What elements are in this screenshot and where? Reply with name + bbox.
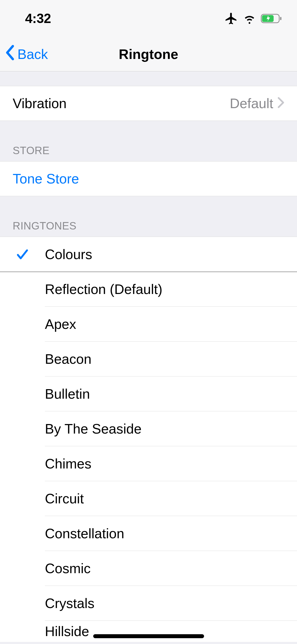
wifi-icon <box>243 12 256 25</box>
ringtone-label: Crystals <box>45 595 297 611</box>
ringtone-row[interactable]: Apex <box>0 307 297 342</box>
status-indicators <box>224 12 282 25</box>
chevron-left-icon <box>5 45 15 64</box>
status-time: 4:32 <box>25 11 51 26</box>
vibration-label: Vibration <box>13 95 230 111</box>
ringtone-row[interactable]: Beacon <box>0 342 297 376</box>
ringtone-row[interactable]: Reflection (Default) <box>0 272 297 307</box>
chevron-right-icon <box>277 95 284 111</box>
ringtone-label: By The Seaside <box>45 421 297 437</box>
vibration-row[interactable]: Vibration Default <box>0 86 297 121</box>
ringtone-row[interactable]: Cosmic <box>0 551 297 586</box>
ringtone-row[interactable]: Chimes <box>0 446 297 481</box>
ringtone-label: Reflection (Default) <box>45 281 297 297</box>
back-label: Back <box>17 46 48 62</box>
ringtones-section-header: RINGTONES <box>0 196 297 237</box>
vibration-value: Default <box>230 95 273 111</box>
ringtone-label: Bulletin <box>45 386 297 402</box>
checkmark-icon <box>0 247 45 261</box>
ringtone-label: Constellation <box>45 526 297 541</box>
ringtone-label: Apex <box>45 316 297 332</box>
ringtone-label: Beacon <box>45 351 297 367</box>
battery-charging-icon <box>261 13 282 24</box>
ringtone-label: Cosmic <box>45 560 297 576</box>
ringtone-label: Colours <box>45 246 297 262</box>
home-indicator[interactable] <box>93 634 204 638</box>
store-section-header: STORE <box>0 121 297 161</box>
ringtone-row[interactable]: Circuit <box>0 481 297 516</box>
section-spacer <box>0 71 297 86</box>
nav-bar: Back Ringtone <box>0 37 297 71</box>
ringtone-row[interactable]: Colours <box>0 237 297 272</box>
ringtone-label: Chimes <box>45 456 297 472</box>
back-button[interactable]: Back <box>5 37 48 71</box>
svg-rect-2 <box>280 17 281 20</box>
screen: 4:32 Back Ringt <box>0 0 297 644</box>
ringtone-row[interactable]: Crystals <box>0 586 297 621</box>
ringtone-row[interactable]: Constellation <box>0 516 297 551</box>
ringtone-label: Circuit <box>45 491 297 507</box>
ringtone-row[interactable]: By The Seaside <box>0 411 297 446</box>
status-bar: 4:32 <box>0 0 297 37</box>
ringtone-row[interactable]: Bulletin <box>0 376 297 411</box>
tone-store-label: Tone Store <box>13 171 284 187</box>
tone-store-row[interactable]: Tone Store <box>0 161 297 196</box>
ringtone-row[interactable]: Hillside <box>0 621 297 642</box>
airplane-mode-icon <box>224 12 238 25</box>
ringtones-list: Colours Reflection (Default) Apex Beacon… <box>0 237 297 642</box>
